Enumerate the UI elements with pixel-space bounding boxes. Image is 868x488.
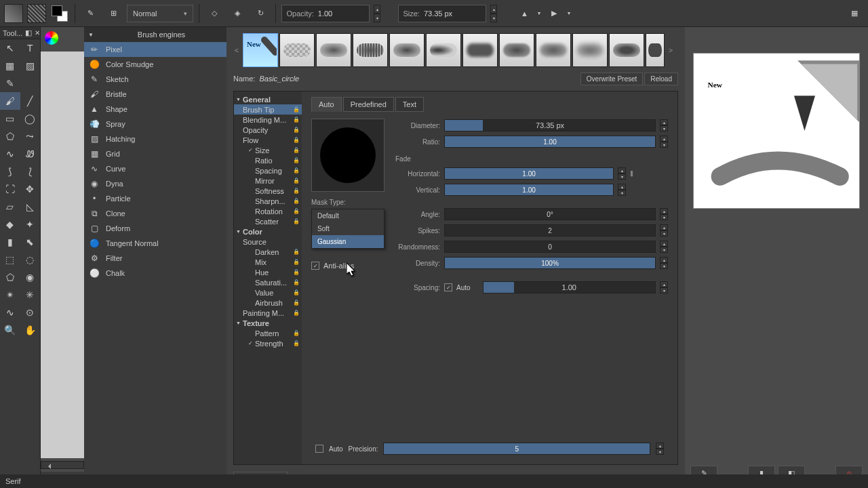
param-saturati-[interactable]: Saturati...🔒 xyxy=(234,277,302,287)
lock-icon[interactable]: 🔒 xyxy=(293,137,300,143)
preset-thumb[interactable]: New xyxy=(243,33,278,67)
magnetic-select-icon[interactable]: ⊙ xyxy=(20,304,41,321)
engine-item-grid[interactable]: ▦Grid xyxy=(84,146,226,161)
antialias-checkbox[interactable]: ✓ xyxy=(311,262,319,270)
engine-item-tangent-normal[interactable]: 🔵Tangent Normal xyxy=(84,236,226,251)
param-darken[interactable]: Darken🔒 xyxy=(234,247,302,257)
bezier-select-icon[interactable]: ∿ xyxy=(0,304,20,321)
lock-icon[interactable]: 🔒 xyxy=(293,249,300,255)
polyline-tool-icon[interactable]: ⤳ xyxy=(20,127,41,145)
zoom-tool-icon[interactable]: 🔍 xyxy=(0,321,20,339)
multibrush-tool-icon[interactable]: ⟅ xyxy=(20,163,41,180)
engine-item-bristle[interactable]: 🖌Bristle xyxy=(84,87,226,102)
precision-slider[interactable]: 5 xyxy=(383,443,650,455)
param-rotation[interactable]: Rotation🔒 xyxy=(234,206,302,216)
blend-mode-dropdown[interactable]: Normal xyxy=(127,5,193,22)
spacing-slider[interactable]: 1.00 xyxy=(483,281,656,293)
diameter-slider[interactable]: 73.35 px xyxy=(444,119,656,131)
select-tool-icon[interactable]: ⬉ xyxy=(20,233,41,251)
lock-icon[interactable]: 🔒 xyxy=(293,310,300,316)
bezier-tool-icon[interactable]: ∿ xyxy=(0,145,20,163)
engine-item-hatching[interactable]: ▨Hatching xyxy=(84,131,226,146)
lock-icon[interactable]: 🔒 xyxy=(293,340,300,346)
text-tool-icon[interactable]: T xyxy=(20,39,41,57)
line-tool-icon[interactable]: ╱ xyxy=(20,92,41,110)
tab-text[interactable]: Text xyxy=(395,97,424,112)
param-blending-m-[interactable]: Blending M...🔒 xyxy=(234,115,302,125)
freehand-tool-icon[interactable]: Ꮺ xyxy=(20,145,41,163)
param-painting-m-[interactable]: Painting M...🔒 xyxy=(234,308,302,318)
density-slider[interactable]: 100% xyxy=(444,257,656,269)
rect-select-icon[interactable]: ⬚ xyxy=(0,251,20,268)
mask-option-soft[interactable]: Soft xyxy=(312,222,384,235)
engines-collapse-icon[interactable]: ▼ xyxy=(88,32,94,38)
poly-select-icon[interactable]: ⬠ xyxy=(0,268,20,286)
color-picker-tool-icon[interactable]: ✎ xyxy=(0,75,20,92)
alpha-lock-icon[interactable]: ◈ xyxy=(228,4,247,23)
preset-thumb[interactable] xyxy=(426,33,461,67)
preset-thumb[interactable] xyxy=(389,33,425,67)
spikes-slider[interactable]: 2 xyxy=(444,224,656,237)
preset-name-input[interactable] xyxy=(259,75,353,83)
vertical-slider[interactable]: 1.00 xyxy=(444,184,614,196)
mask-option-gaussian[interactable]: Gaussian xyxy=(312,235,384,248)
polygon-tool-icon[interactable]: ⬠ xyxy=(0,127,20,145)
lock-icon[interactable]: 🔒 xyxy=(293,198,300,204)
hscroll-left-icon[interactable] xyxy=(41,461,84,469)
angle-spinner[interactable]: ▴▾ xyxy=(660,208,668,220)
param-mix[interactable]: Mix🔒 xyxy=(234,257,302,267)
lock-icon[interactable]: 🔒 xyxy=(293,289,300,296)
param-brush-tip[interactable]: Brush Tip🔒 xyxy=(234,104,302,115)
dyna-tool-icon[interactable]: ⟆ xyxy=(0,163,20,180)
engine-item-shape[interactable]: ▲Shape xyxy=(84,102,226,117)
lock-icon[interactable]: 🔒 xyxy=(293,157,300,163)
param-hue[interactable]: Hue🔒 xyxy=(234,267,302,277)
color-rainbow-icon[interactable] xyxy=(45,31,58,45)
angle-slider[interactable]: 0° xyxy=(444,208,656,220)
engine-item-clone[interactable]: ⧉Clone xyxy=(84,206,226,221)
pattern-edit-tool-icon[interactable]: ▦ xyxy=(0,57,20,75)
preset-thumb[interactable] xyxy=(316,33,351,67)
param-spacing[interactable]: Spacing🔒 xyxy=(234,165,302,176)
toolbox-close-icon[interactable]: ✕ xyxy=(35,29,40,37)
engine-item-sketch[interactable]: ✎Sketch xyxy=(84,72,226,87)
move-tool-icon[interactable]: ↖ xyxy=(0,39,20,57)
lock-icon[interactable]: 🔒 xyxy=(293,188,300,194)
lock-icon[interactable]: 🔒 xyxy=(293,178,300,184)
ratio-spinner[interactable]: ▴▾ xyxy=(660,136,668,148)
spikes-spinner[interactable]: ▴▾ xyxy=(660,224,668,237)
perspective-tool-icon[interactable]: ▱ xyxy=(0,198,20,216)
ellipse-tool-icon[interactable]: ◯ xyxy=(20,110,41,127)
pan-tool-icon[interactable]: ✋ xyxy=(20,321,41,339)
gradient-tool-icon[interactable]: ▨ xyxy=(20,57,41,75)
param-source[interactable]: Source xyxy=(234,237,302,247)
engine-item-curve[interactable]: ∿Curve xyxy=(84,161,226,176)
toolbox-float-icon[interactable]: ◧ xyxy=(25,28,32,37)
engine-item-filter[interactable]: ⚙Filter xyxy=(84,251,226,266)
opacity-field[interactable]: Opacity: 1.00 xyxy=(281,5,370,22)
workspace-icon[interactable]: ▦ xyxy=(845,4,864,23)
param-flow[interactable]: Flow🔒 xyxy=(234,135,302,145)
pattern-swatch[interactable] xyxy=(27,4,46,23)
gradient-swatch[interactable] xyxy=(4,4,23,23)
lock-icon[interactable]: 🔒 xyxy=(293,259,300,265)
overwrite-preset-button[interactable]: Overwrite Preset xyxy=(580,73,643,85)
precision-spinner[interactable]: ▴▾ xyxy=(656,443,664,455)
param-sharpn-[interactable]: Sharpn...🔒 xyxy=(234,196,302,206)
engine-item-pixel[interactable]: ✏Pixel xyxy=(84,42,226,57)
opacity-spinner[interactable]: ▴▾ xyxy=(374,5,380,22)
engine-item-spray[interactable]: 💨Spray xyxy=(84,117,226,131)
grid-icon[interactable]: ⊞ xyxy=(104,4,123,23)
lock-icon[interactable]: 🔒 xyxy=(293,279,300,285)
lock-icon[interactable]: 🔒 xyxy=(293,300,300,306)
grad-fill-tool-icon[interactable]: ▮ xyxy=(0,233,20,251)
preset-thumb[interactable] xyxy=(646,33,665,67)
param-pattern[interactable]: Pattern🔒 xyxy=(234,328,302,338)
density-spinner[interactable]: ▴▾ xyxy=(660,257,668,269)
transform-tool-icon[interactable]: ✥ xyxy=(20,180,41,198)
link-fade-icon[interactable]: ⦀ xyxy=(630,169,638,178)
engine-item-color-smudge[interactable]: 🟠Color Smudge xyxy=(84,57,226,72)
param-texture[interactable]: ▼Texture xyxy=(234,318,302,328)
brush-tool-icon[interactable]: 🖌 xyxy=(0,92,20,110)
engine-item-chalk[interactable]: ⚪Chalk xyxy=(84,266,226,281)
